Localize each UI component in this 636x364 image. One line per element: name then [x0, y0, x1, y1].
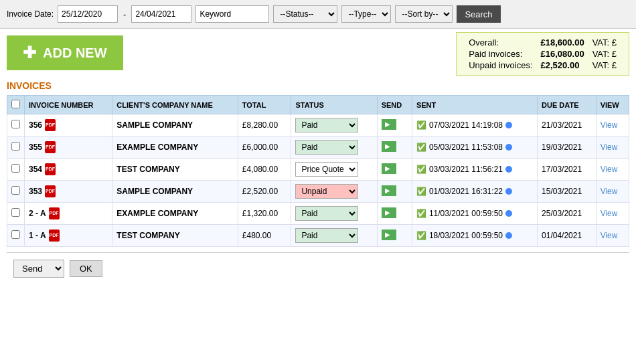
invoice-date-label: Invoice Date:	[7, 9, 54, 19]
sent-dot-icon[interactable]	[505, 188, 512, 195]
sent-check-icon: ✅	[416, 143, 426, 152]
send-icon[interactable]	[382, 207, 396, 218]
row-checkbox[interactable]	[11, 186, 20, 195]
status-dropdown[interactable]: Paid Unpaid Price Quote	[295, 228, 358, 243]
ok-button[interactable]: OK	[70, 260, 102, 277]
type-select[interactable]: --Type--	[341, 5, 391, 23]
row-status: Paid Unpaid Price Quote	[291, 136, 377, 159]
sent-dot-icon[interactable]	[505, 210, 512, 217]
status-dropdown[interactable]: Paid Unpaid Price Quote	[295, 184, 358, 199]
invoice-number-text: 356	[29, 120, 42, 130]
pdf-icon[interactable]: PDF	[45, 185, 56, 197]
row-status: Paid Unpaid Price Quote	[291, 159, 377, 181]
sent-datetime: 01/03/2021 16:31:22	[429, 187, 503, 196]
sort-select[interactable]: --Sort by--	[395, 5, 453, 23]
sent-datetime: 07/03/2021 14:19:08	[429, 120, 503, 130]
row-company-name: SAMPLE COMPANY	[112, 181, 238, 203]
invoice-number-text: 353	[29, 187, 42, 196]
row-checkbox-cell	[7, 181, 25, 203]
send-icon[interactable]	[382, 119, 396, 130]
row-invoice-number: 1 - A PDF	[25, 225, 112, 247]
status-dropdown[interactable]: Paid Unpaid Price Quote	[295, 162, 358, 177]
view-link[interactable]: View	[601, 187, 618, 196]
row-checkbox[interactable]	[11, 208, 20, 217]
bottom-bar: Send Delete Export OK	[7, 252, 629, 284]
row-sent: ✅ 11/03/2021 00:59:50	[412, 203, 537, 225]
sent-dot-icon[interactable]	[505, 166, 512, 173]
main-content: ✚ ADD NEW Overall: £18,600.00 VAT: £ Pai…	[0, 29, 636, 291]
status-dropdown[interactable]: Paid Unpaid Price Quote	[295, 140, 358, 155]
row-due-date: 19/03/2021	[538, 136, 597, 159]
header-total: TOTAL	[238, 96, 291, 114]
overall-label: Overall:	[465, 37, 536, 48]
invoices-title: INVOICES	[7, 80, 629, 91]
view-link[interactable]: View	[601, 120, 618, 130]
view-link[interactable]: View	[601, 209, 618, 218]
date-to-input[interactable]	[131, 5, 191, 23]
pdf-icon[interactable]: PDF	[49, 230, 60, 242]
row-invoice-number: 354 PDF	[25, 159, 112, 181]
row-status: Paid Unpaid Price Quote	[291, 114, 377, 136]
bulk-action-select[interactable]: Send Delete Export	[13, 260, 64, 278]
view-link[interactable]: View	[601, 231, 618, 240]
row-checkbox-cell	[7, 136, 25, 159]
row-view: View	[596, 225, 629, 247]
row-due-date: 25/03/2021	[538, 203, 597, 225]
row-checkbox[interactable]	[11, 142, 20, 151]
send-icon[interactable]	[382, 185, 396, 196]
table-row: 2 - A PDF EXAMPLE COMPANY £1,320.00 Paid…	[7, 203, 629, 225]
row-total: £4,080.00	[238, 159, 291, 181]
row-send	[377, 159, 412, 181]
sent-check-icon: ✅	[416, 120, 426, 130]
paid-label: Paid invoices:	[465, 48, 536, 60]
table-row: 356 PDF SAMPLE COMPANY £8,280.00 Paid Un…	[7, 114, 629, 136]
view-link[interactable]: View	[601, 143, 618, 152]
status-dropdown[interactable]: Paid Unpaid Price Quote	[295, 118, 358, 132]
row-checkbox-cell	[7, 203, 25, 225]
paid-vat: VAT: £	[588, 48, 621, 60]
row-send	[377, 225, 412, 247]
row-checkbox[interactable]	[11, 120, 20, 128]
add-new-button[interactable]: ✚ ADD NEW	[7, 35, 123, 70]
search-button[interactable]: Search	[457, 5, 500, 23]
sent-datetime: 03/03/2021 11:56:21	[429, 165, 503, 174]
overall-vat: VAT: £	[588, 37, 621, 48]
summary-box: Overall: £18,600.00 VAT: £ Paid invoices…	[456, 32, 629, 76]
unpaid-label: Unpaid invoices:	[465, 60, 536, 71]
row-status: Paid Unpaid Price Quote	[291, 203, 377, 225]
send-icon[interactable]	[382, 163, 396, 174]
row-checkbox-cell	[7, 225, 25, 247]
pdf-icon[interactable]: PDF	[45, 141, 56, 153]
view-link[interactable]: View	[601, 165, 618, 174]
row-view: View	[596, 159, 629, 181]
sent-dot-icon[interactable]	[505, 232, 512, 239]
row-sent: ✅ 18/03/2021 00:59:50	[412, 225, 537, 247]
row-sent: ✅ 05/03/2021 11:53:08	[412, 136, 537, 159]
row-checkbox[interactable]	[11, 230, 20, 239]
sent-dot-icon[interactable]	[505, 144, 512, 151]
row-checkbox-cell	[7, 159, 25, 181]
pdf-icon[interactable]: PDF	[49, 207, 60, 219]
row-checkbox[interactable]	[11, 164, 20, 173]
date-from-input[interactable]	[58, 5, 118, 23]
row-send	[377, 203, 412, 225]
sent-check-icon: ✅	[416, 231, 426, 240]
status-select[interactable]: --Status-- Paid Unpaid Price Quote	[273, 5, 337, 23]
pdf-icon[interactable]: PDF	[45, 163, 56, 175]
header-sent: SENT	[412, 96, 537, 114]
table-row: 355 PDF EXAMPLE COMPANY £6,000.00 Paid U…	[7, 136, 629, 159]
row-status: Paid Unpaid Price Quote	[291, 181, 377, 203]
status-dropdown[interactable]: Paid Unpaid Price Quote	[295, 206, 358, 221]
sent-dot-icon[interactable]	[505, 122, 512, 128]
select-all-checkbox[interactable]	[11, 100, 20, 108]
date-separator: -	[122, 9, 127, 19]
unpaid-vat: VAT: £	[588, 60, 621, 71]
header-checkbox-col	[7, 96, 25, 114]
send-icon[interactable]	[382, 230, 396, 240]
keyword-input[interactable]	[195, 5, 269, 23]
send-icon[interactable]	[382, 141, 396, 152]
pdf-icon[interactable]: PDF	[45, 119, 56, 131]
header-view: VIEW	[596, 96, 629, 114]
row-status: Paid Unpaid Price Quote	[291, 225, 377, 247]
header-company-name: CLIENT'S COMPANY NAME	[112, 96, 238, 114]
